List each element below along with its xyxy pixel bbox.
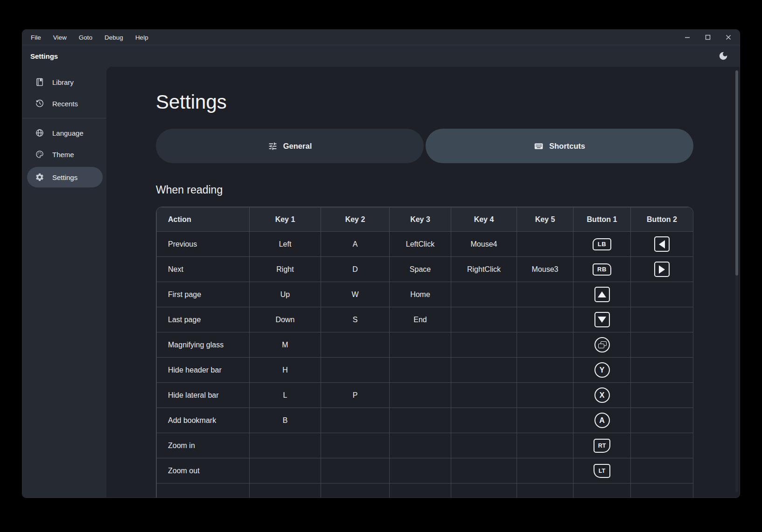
key-cell[interactable] — [250, 433, 321, 458]
menu-file[interactable]: File — [25, 34, 47, 41]
key-cell[interactable]: W — [321, 282, 390, 307]
key-cell[interactable] — [390, 358, 451, 383]
key-cell[interactable]: End — [390, 307, 451, 332]
key-cell[interactable] — [250, 458, 321, 484]
key-cell[interactable] — [451, 282, 517, 307]
key-cell[interactable]: Left — [250, 232, 321, 257]
button-cell[interactable] — [631, 433, 693, 458]
table-header-row: Action Key 1 Key 2 Key 3 Key 4 Key 5 But… — [157, 207, 693, 232]
key-cell[interactable] — [517, 358, 573, 383]
key-cell[interactable]: RightClick — [451, 257, 517, 282]
button-cell[interactable] — [631, 408, 693, 433]
column-header-key5: Key 5 — [517, 207, 573, 232]
key-cell[interactable] — [321, 458, 390, 484]
button-cell[interactable] — [631, 332, 693, 358]
key-cell[interactable] — [517, 307, 573, 332]
key-cell[interactable] — [451, 484, 517, 498]
button-cell[interactable]: RB — [573, 257, 631, 282]
key-cell[interactable]: Mouse4 — [451, 232, 517, 257]
tab-general[interactable]: General — [156, 129, 424, 163]
dpad-down-icon — [594, 312, 610, 327]
menu-debug[interactable]: Debug — [98, 34, 129, 41]
column-header-key4: Key 4 — [451, 207, 517, 232]
key-cell[interactable] — [517, 484, 573, 498]
button-cell[interactable]: RT — [573, 433, 631, 458]
globe-icon — [35, 128, 44, 138]
key-cell[interactable] — [390, 332, 451, 358]
close-button[interactable] — [725, 34, 732, 41]
button-cell[interactable] — [573, 307, 631, 332]
menu-view[interactable]: View — [47, 34, 73, 41]
key-cell[interactable]: Right — [250, 257, 321, 282]
button-cell[interactable] — [573, 332, 631, 358]
key-cell[interactable]: Down — [250, 307, 321, 332]
key-cell[interactable] — [390, 458, 451, 484]
key-cell[interactable] — [517, 408, 573, 433]
key-cell[interactable]: S — [321, 307, 390, 332]
button-cell[interactable]: LT — [573, 458, 631, 484]
key-cell[interactable]: Up — [250, 282, 321, 307]
key-cell[interactable] — [321, 433, 390, 458]
key-cell[interactable] — [250, 484, 321, 498]
button-cell[interactable] — [631, 358, 693, 383]
sidebar-item-theme[interactable]: Theme — [22, 144, 106, 165]
button-cell[interactable] — [631, 257, 693, 282]
key-cell[interactable]: Mouse3 — [517, 257, 573, 282]
key-cell[interactable]: M — [250, 332, 321, 358]
key-cell[interactable] — [517, 332, 573, 358]
button-cell[interactable] — [573, 484, 631, 498]
button-cell[interactable] — [631, 484, 693, 498]
key-cell[interactable] — [321, 484, 390, 498]
key-cell[interactable] — [321, 332, 390, 358]
key-cell[interactable] — [517, 282, 573, 307]
key-cell[interactable] — [390, 433, 451, 458]
button-cell[interactable]: LB — [573, 232, 631, 257]
key-cell[interactable] — [321, 358, 390, 383]
button-cell[interactable] — [631, 458, 693, 484]
sidebar-item-library[interactable]: Library — [22, 71, 106, 93]
key-cell[interactable]: A — [321, 232, 390, 257]
key-cell[interactable] — [451, 332, 517, 358]
sidebar-item-recents[interactable]: Recents — [22, 93, 106, 114]
key-cell[interactable]: B — [250, 408, 321, 433]
key-cell[interactable] — [451, 433, 517, 458]
button-cell[interactable] — [573, 282, 631, 307]
minimize-button[interactable] — [684, 34, 691, 41]
button-cell[interactable]: X — [573, 383, 631, 408]
key-cell[interactable] — [517, 458, 573, 484]
sidebar-item-settings[interactable]: Settings — [27, 167, 103, 187]
key-cell[interactable] — [451, 358, 517, 383]
key-cell[interactable] — [451, 383, 517, 408]
scrollbar-thumb[interactable] — [735, 70, 738, 276]
key-cell[interactable] — [517, 383, 573, 408]
key-cell[interactable] — [451, 458, 517, 484]
key-cell[interactable] — [517, 232, 573, 257]
button-cell[interactable] — [631, 282, 693, 307]
key-cell[interactable]: LeftClick — [390, 232, 451, 257]
key-cell[interactable] — [390, 408, 451, 433]
button-cell[interactable]: A — [573, 408, 631, 433]
maximize-button[interactable] — [704, 34, 712, 41]
button-cell[interactable] — [631, 383, 693, 408]
key-cell[interactable]: Space — [390, 257, 451, 282]
button-cell[interactable]: Y — [573, 358, 631, 383]
table-row: PreviousLeftALeftClickMouse4LB — [157, 232, 693, 257]
button-cell[interactable] — [631, 307, 693, 332]
menu-goto[interactable]: Goto — [73, 34, 98, 41]
key-cell[interactable] — [321, 408, 390, 433]
key-cell[interactable] — [517, 433, 573, 458]
key-cell[interactable] — [451, 307, 517, 332]
key-cell[interactable]: D — [321, 257, 390, 282]
menu-help[interactable]: Help — [129, 34, 154, 41]
tab-shortcuts[interactable]: Shortcuts — [426, 129, 693, 163]
key-cell[interactable]: Home — [390, 282, 451, 307]
key-cell[interactable] — [390, 383, 451, 408]
key-cell[interactable] — [390, 484, 451, 498]
key-cell[interactable] — [451, 408, 517, 433]
key-cell[interactable]: L — [250, 383, 321, 408]
key-cell[interactable]: H — [250, 358, 321, 383]
button-cell[interactable] — [631, 232, 693, 257]
sidebar-item-language[interactable]: Language — [22, 122, 106, 144]
dark-mode-toggle[interactable] — [718, 51, 728, 61]
key-cell[interactable]: P — [321, 383, 390, 408]
